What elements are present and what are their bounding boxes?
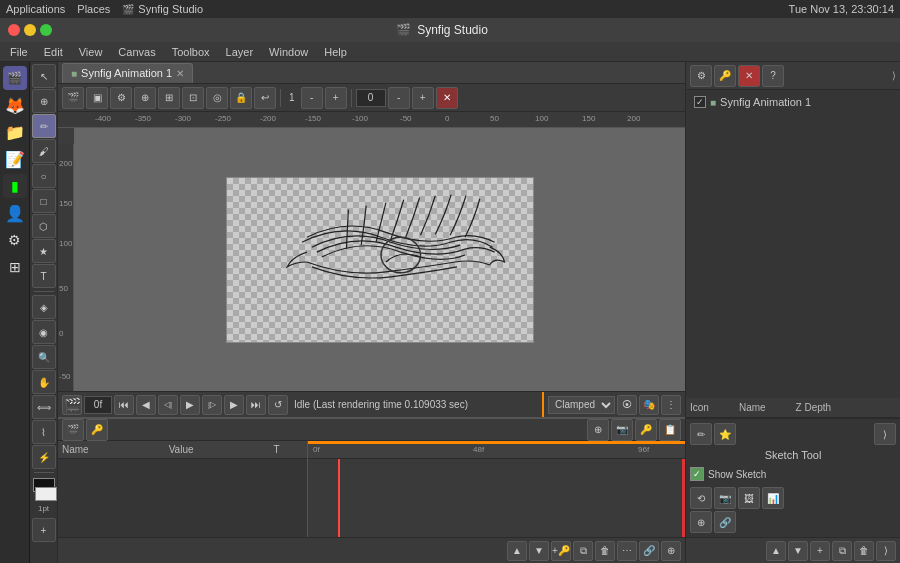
right-expand-btn[interactable]: ⟩ <box>892 70 896 81</box>
timeline-content[interactable] <box>308 459 685 537</box>
more-btn[interactable]: ⋮ <box>661 395 681 415</box>
tool-mirror[interactable]: ⟺ <box>32 395 56 419</box>
next-frame-btn[interactable]: ▶ <box>224 395 244 415</box>
menu-file[interactable]: File <box>6 46 32 58</box>
tool-polygon[interactable]: ⬡ <box>32 214 56 238</box>
zoom-minus-btn[interactable]: - <box>301 87 323 109</box>
places-menu[interactable]: Places <box>77 3 110 15</box>
tool-rect[interactable]: □ <box>32 189 56 213</box>
frame-minus-btn[interactable]: - <box>388 87 410 109</box>
prev-keyframe-btn[interactable]: ◁| <box>158 395 178 415</box>
files-icon[interactable]: 📁 <box>3 120 27 144</box>
r-nav4[interactable]: ⧉ <box>832 541 852 561</box>
sk-expand[interactable]: ⟩ <box>874 423 896 445</box>
menu-window[interactable]: Window <box>265 46 312 58</box>
interpolation-select[interactable]: Clamped TCB Linear <box>548 396 615 414</box>
close-button[interactable] <box>8 24 20 36</box>
canvas-viewport[interactable] <box>74 128 685 391</box>
terminal-icon[interactable]: ▮ <box>3 174 27 198</box>
tb-view1[interactable]: ⊕ <box>134 87 156 109</box>
tb-close[interactable]: ✕ <box>436 87 458 109</box>
apps-icon[interactable]: ⊞ <box>3 255 27 279</box>
rt-btn4[interactable]: ? <box>762 65 784 87</box>
layer-item-synfig[interactable]: ✓ ■ Synfig Animation 1 <box>690 94 896 110</box>
person-icon[interactable]: 👤 <box>3 201 27 225</box>
tool-circle[interactable]: ○ <box>32 164 56 188</box>
tool-brush[interactable]: 🖌 <box>32 139 56 163</box>
sk-btn1[interactable]: ✏ <box>690 423 712 445</box>
firefox-icon[interactable]: 🦊 <box>3 93 27 117</box>
menu-layer[interactable]: Layer <box>222 46 258 58</box>
key-icon[interactable]: 🔑 <box>86 419 108 441</box>
r-nav5[interactable]: 🗑 <box>854 541 874 561</box>
bg-color[interactable] <box>35 487 57 501</box>
tool-sketch[interactable]: ✏ <box>32 114 56 138</box>
next-keyframe-btn[interactable]: |▷ <box>202 395 222 415</box>
nav-merge[interactable]: ⊕ <box>661 541 681 561</box>
nav-more[interactable]: ⋯ <box>617 541 637 561</box>
frame-input[interactable] <box>356 89 386 107</box>
frame-plus-btn[interactable]: + <box>412 87 434 109</box>
tl-btn3[interactable]: 🔑 <box>635 419 657 441</box>
tool-eyedrop[interactable]: ◉ <box>32 320 56 344</box>
menu-toolbox[interactable]: Toolbox <box>168 46 214 58</box>
zoom-plus-btn[interactable]: + <box>325 87 347 109</box>
prev-frame-btn[interactable]: ◀ <box>136 395 156 415</box>
maximize-button[interactable] <box>40 24 52 36</box>
tb-film[interactable]: 🎬 <box>62 87 84 109</box>
tl-btn4[interactable]: 📋 <box>659 419 681 441</box>
show-sketch-checkbox[interactable]: ✓ <box>690 467 704 481</box>
settings-icon[interactable]: ⚙ <box>3 228 27 252</box>
animate-btn[interactable]: 🎭 <box>639 395 659 415</box>
tool-add[interactable]: + <box>32 518 56 542</box>
tb-onion[interactable]: ◎ <box>206 87 228 109</box>
tool-fill[interactable]: ◈ <box>32 295 56 319</box>
sk-action5[interactable]: ⊕ <box>690 511 712 533</box>
tb-lock[interactable]: 🔒 <box>230 87 252 109</box>
tb-render[interactable]: ▣ <box>86 87 108 109</box>
record-btn[interactable]: ⦿ <box>617 395 637 415</box>
canvas-tab[interactable]: ■ Synfig Animation 1 ✕ <box>62 63 193 83</box>
sk-action6[interactable]: 🔗 <box>714 511 736 533</box>
nav-add-key[interactable]: +🔑 <box>551 541 571 561</box>
sk-action1[interactable]: ⟲ <box>690 487 712 509</box>
nav-copy[interactable]: ⧉ <box>573 541 593 561</box>
menu-edit[interactable]: Edit <box>40 46 67 58</box>
r-nav6[interactable]: ⟩ <box>876 541 896 561</box>
tool-transform[interactable]: ↖ <box>32 64 56 88</box>
tb-snap[interactable]: ⊡ <box>182 87 204 109</box>
tb-settings[interactable]: ⚙ <box>110 87 132 109</box>
nav-link[interactable]: 🔗 <box>639 541 659 561</box>
sk-action2[interactable]: 📷 <box>714 487 736 509</box>
tb-undo[interactable]: ↩ <box>254 87 276 109</box>
tool-star[interactable]: ★ <box>32 239 56 263</box>
synfig-icon[interactable]: 🎬 <box>3 66 27 90</box>
tb-grid[interactable]: ⊞ <box>158 87 180 109</box>
sk-action3[interactable]: 🖼 <box>738 487 760 509</box>
tl-btn2[interactable]: 📷 <box>611 419 633 441</box>
play-btn[interactable]: ▶ <box>180 395 200 415</box>
r-nav2[interactable]: ▼ <box>788 541 808 561</box>
layer-visibility[interactable]: ✓ <box>694 96 706 108</box>
canvas-drawing[interactable] <box>226 177 534 343</box>
applications-menu[interactable]: Applications <box>6 3 65 15</box>
nav-down[interactable]: ▼ <box>529 541 549 561</box>
tool-text[interactable]: T <box>32 264 56 288</box>
nav-del[interactable]: 🗑 <box>595 541 615 561</box>
synfig-logo-btn[interactable]: 🎬 <box>62 395 82 415</box>
rt-btn3[interactable]: ✕ <box>738 65 760 87</box>
end-frame-btn[interactable]: ⏭ <box>246 395 266 415</box>
tool-bone[interactable]: ⚡ <box>32 445 56 469</box>
rt-btn2[interactable]: 🔑 <box>714 65 736 87</box>
begin-frame-btn[interactable]: ⏮ <box>114 395 134 415</box>
menu-canvas[interactable]: Canvas <box>114 46 159 58</box>
sk-action4[interactable]: 📊 <box>762 487 784 509</box>
params-icon[interactable]: 🎬 <box>62 419 84 441</box>
tab-close-button[interactable]: ✕ <box>176 68 184 79</box>
menu-view[interactable]: View <box>75 46 107 58</box>
sk-btn2[interactable]: ⭐ <box>714 423 736 445</box>
current-frame-input[interactable] <box>84 396 112 414</box>
tl-btn1[interactable]: ⊕ <box>587 419 609 441</box>
r-nav3[interactable]: + <box>810 541 830 561</box>
r-nav1[interactable]: ▲ <box>766 541 786 561</box>
